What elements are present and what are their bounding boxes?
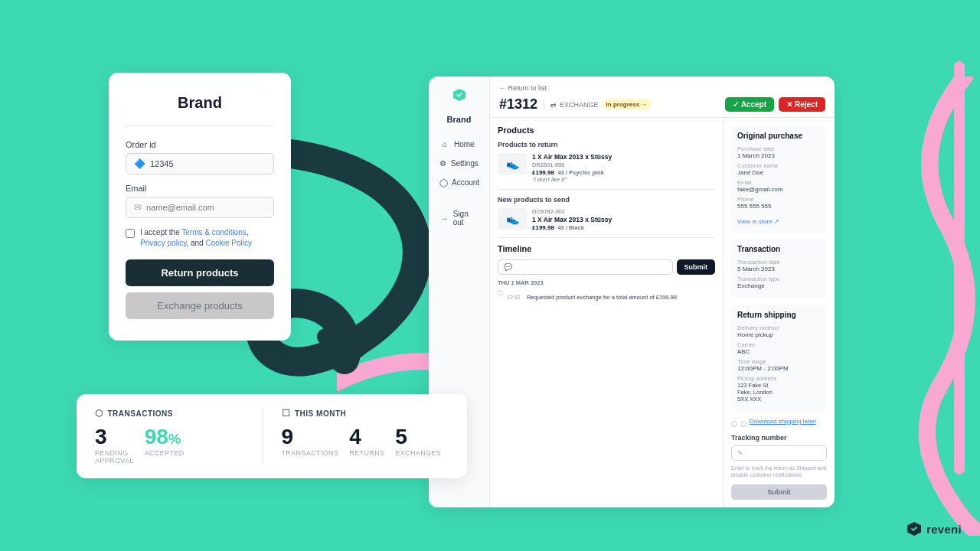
timeline-title: Timeline: [498, 244, 715, 253]
timeline-input[interactable]: [515, 263, 667, 271]
return-products-button[interactable]: Return products: [126, 259, 274, 286]
this-month-label: THIS MONTH: [295, 409, 346, 418]
home-icon: ⌂: [439, 140, 450, 148]
month-transactions-count: 9: [282, 426, 294, 448]
order-id-input-wrapper[interactable]: 🔷: [126, 153, 274, 174]
sidebar-item-settings[interactable]: ⚙ Settings: [433, 155, 485, 171]
transaction-title: Transaction: [737, 245, 821, 253]
month-transactions-stat: 9 TRANSACTIONS: [282, 426, 339, 457]
stats-card: ⬡ TRANSACTIONS 3 PENDINGAPPROVAL 98% ACC…: [77, 394, 467, 478]
transaction-type-row: Transaction type Exchange: [737, 276, 821, 289]
timeline-event-text: Requested product exchange for a total a…: [527, 294, 677, 301]
return-product-item: 👟 1 X Air Max 2013 x Stüssy DR2601-600 £…: [498, 153, 715, 183]
this-month-stats-section: ☐ THIS MONTH 9 TRANSACTIONS 4 RETURNS 5 …: [263, 408, 449, 465]
timeline-date: THU 1 MAR 2023: [498, 279, 715, 286]
login-divider: [126, 126, 274, 126]
email-input[interactable]: [146, 203, 266, 212]
customer-name-row: Customer name Jane Doe: [737, 162, 821, 176]
transaction-date-row: Transaction date 5 March 2023: [737, 259, 821, 272]
sidebar-item-account[interactable]: ◯ Account: [433, 174, 485, 191]
email-input-wrapper[interactable]: ✉: [126, 197, 274, 218]
return-subtitle: Products to return: [498, 141, 715, 148]
privacy-link[interactable]: Privacy policy: [140, 239, 186, 247]
phone-row: Phone 555 555 555: [737, 196, 821, 210]
transaction-date-value: 5 March 2023: [737, 266, 821, 272]
download-icon: ⬡: [731, 420, 737, 428]
returns-count: 4: [349, 426, 361, 448]
customer-name-label: Customer name: [737, 162, 821, 169]
tracking-number-input[interactable]: [746, 449, 821, 457]
new-product-name: 1 X Air Max 2013 x Stüssy: [532, 216, 715, 223]
transactions-numbers: 3 PENDINGAPPROVAL 98% ACCEPTED: [95, 426, 263, 465]
calendar-icon: ☐: [282, 408, 291, 419]
reveni-footer-text: reveni: [926, 523, 962, 536]
pickup-address-row: Pickup address 123 Fake St Fake, London …: [737, 375, 821, 403]
email-info-label: Email: [737, 179, 821, 186]
login-card: Brand Order id 🔷 Email ✉ I accept the Te…: [109, 73, 291, 341]
exchanges-stat: 5 EXCHANGES: [395, 426, 441, 457]
sidebar-item-signout[interactable]: → Sign out: [433, 206, 485, 230]
admin-panel-card: Brand ⌂ Home ⚙ Settings ◯ Account → Sign…: [429, 77, 835, 507]
tracking-input-icon: ✎: [737, 449, 743, 457]
tracking-hint-text: Enter to mark the return as Shipped and …: [731, 465, 827, 478]
transaction-block: Transaction Transaction date 5 March 202…: [731, 239, 827, 298]
tracking-number-label: Tracking number: [731, 434, 827, 442]
pickup-address-value: 123 Fake St Fake, London 5XX XXX: [737, 382, 821, 403]
timeline-input-icon: 💬: [504, 263, 512, 271]
timeline-section: Timeline 💬 Submit THU 1 MAR 2023 ⬡ 12:32: [498, 244, 715, 302]
transactions-stats-section: ⬡ TRANSACTIONS 3 PENDINGAPPROVAL 98% ACC…: [95, 408, 263, 465]
transactions-title-label: TRANSACTIONS: [108, 409, 173, 418]
timeline-input-wrapper[interactable]: 💬: [498, 259, 673, 275]
terms-checkbox[interactable]: [126, 229, 135, 238]
sidebar-nav: ⌂ Home ⚙ Settings ◯ Account: [429, 136, 489, 191]
reveni-logo-footer: [906, 520, 923, 537]
time-range-row: Time range 12:00PM - 2:00PM: [737, 358, 821, 372]
order-id-icon: 🔷: [134, 158, 145, 169]
transaction-type-value: Exchange: [737, 282, 821, 289]
timeline-submit-button[interactable]: Submit: [677, 259, 716, 275]
return-product-reason: "I don't like it": [532, 176, 715, 183]
login-brand-title: Brand: [126, 94, 274, 112]
new-product-ref: DO9782-001: [532, 208, 715, 215]
percent-sign: %: [168, 432, 181, 447]
exchange-products-button[interactable]: Exchange products: [126, 292, 274, 319]
back-to-list-link[interactable]: ← Return to list: [499, 84, 825, 92]
accept-button[interactable]: ✓ Accept: [725, 97, 774, 112]
phone-label: Phone: [737, 196, 821, 203]
view-in-store-link[interactable]: View in store ↗: [737, 218, 779, 225]
order-id-input[interactable]: [150, 159, 266, 168]
cookie-link[interactable]: Cookie Policy: [205, 239, 252, 247]
sidebar-item-account-label: Account: [452, 178, 479, 187]
reject-button[interactable]: ✕ Reject: [779, 97, 825, 112]
download-shipping-label-link[interactable]: Download shipping label: [750, 418, 816, 425]
terms-link[interactable]: Terms & conditions: [181, 228, 246, 236]
tracking-submit-button[interactable]: Submit: [731, 484, 827, 500]
settings-icon: ⚙: [439, 159, 447, 168]
transaction-type-label: Transaction type: [737, 276, 821, 282]
sidebar-item-signout-label: Sign out: [453, 210, 479, 227]
this-month-title: ☐ THIS MONTH: [282, 408, 449, 419]
tracking-input-wrapper[interactable]: ✎: [731, 445, 827, 461]
sidebar-item-home-label: Home: [454, 140, 475, 148]
exchanges-count: 5: [395, 426, 407, 448]
admin-right-panel: Original purchase Purchase date 1 March …: [724, 118, 835, 507]
return-product-info: 1 X Air Max 2013 x Stüssy DR2601-600 £19…: [532, 153, 715, 183]
sidebar-item-home[interactable]: ⌂ Home: [433, 136, 485, 152]
return-shipping-title: Return shipping: [737, 311, 821, 319]
return-product-price: £199.98 43 / Psychic pink: [532, 169, 715, 176]
timeline-event-content: 12:32 Requested product exchange for a t…: [507, 289, 677, 302]
purchase-date-row: Purchase date 1 March 2023: [737, 145, 821, 159]
transaction-date-label: Transaction date: [737, 259, 821, 266]
reject-button-label: Reject: [795, 100, 818, 109]
customer-name-value: Jane Doe: [737, 169, 821, 176]
return-product-name: 1 X Air Max 2013 x Stüssy: [532, 153, 715, 161]
email-label: Email: [126, 184, 274, 193]
return-product-thumb: 👟: [498, 153, 527, 174]
reveni-footer-brand: reveni: [906, 520, 962, 537]
header-actions: ✓ Accept ✕ Reject: [725, 97, 825, 112]
sidebar-item-settings-label: Settings: [451, 159, 479, 168]
email-info-value: fake@gmail.com: [737, 186, 821, 193]
returns-stat: 4 RETURNS: [349, 426, 384, 457]
sidebar-brand-label: Brand: [447, 115, 472, 124]
pending-label: PENDINGAPPROVAL: [95, 449, 134, 465]
